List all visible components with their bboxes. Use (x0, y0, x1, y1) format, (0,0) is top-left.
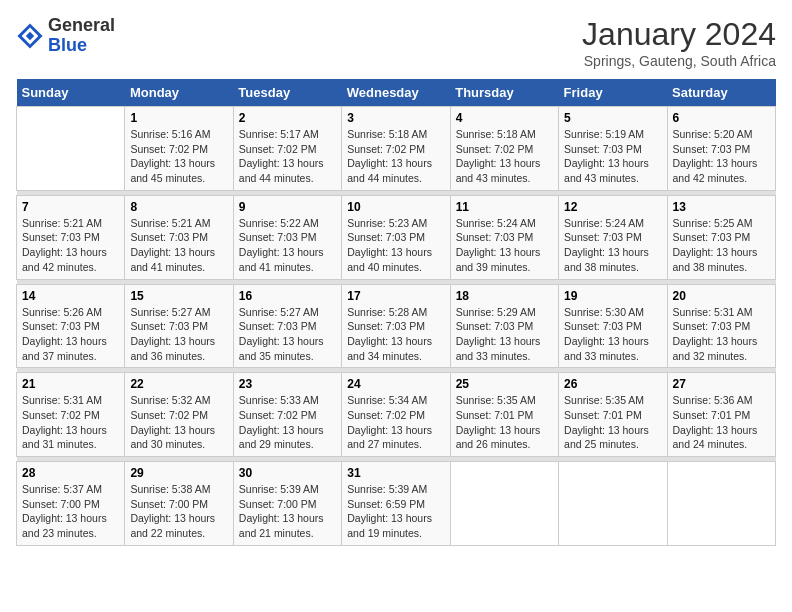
calendar-day: 31Sunrise: 5:39 AMSunset: 6:59 PMDayligh… (342, 462, 450, 546)
calendar-day: 26Sunrise: 5:35 AMSunset: 7:01 PMDayligh… (559, 373, 667, 457)
calendar-day: 8Sunrise: 5:21 AMSunset: 7:03 PMDaylight… (125, 195, 233, 279)
calendar-day: 18Sunrise: 5:29 AMSunset: 7:03 PMDayligh… (450, 284, 558, 368)
calendar-day (17, 107, 125, 191)
day-number: 25 (456, 377, 553, 391)
day-info: Sunrise: 5:19 AMSunset: 7:03 PMDaylight:… (564, 127, 661, 186)
calendar-day: 13Sunrise: 5:25 AMSunset: 7:03 PMDayligh… (667, 195, 775, 279)
calendar-day: 27Sunrise: 5:36 AMSunset: 7:01 PMDayligh… (667, 373, 775, 457)
day-number: 30 (239, 466, 336, 480)
day-number: 12 (564, 200, 661, 214)
week-row: 28Sunrise: 5:37 AMSunset: 7:00 PMDayligh… (17, 462, 776, 546)
day-info: Sunrise: 5:39 AMSunset: 7:00 PMDaylight:… (239, 482, 336, 541)
day-info: Sunrise: 5:18 AMSunset: 7:02 PMDaylight:… (347, 127, 444, 186)
day-info: Sunrise: 5:21 AMSunset: 7:03 PMDaylight:… (22, 216, 119, 275)
day-info: Sunrise: 5:37 AMSunset: 7:00 PMDaylight:… (22, 482, 119, 541)
calendar-day: 19Sunrise: 5:30 AMSunset: 7:03 PMDayligh… (559, 284, 667, 368)
calendar-day (667, 462, 775, 546)
logo: General Blue (16, 16, 115, 56)
calendar-day: 4Sunrise: 5:18 AMSunset: 7:02 PMDaylight… (450, 107, 558, 191)
logo-text: General Blue (48, 16, 115, 56)
calendar-day: 9Sunrise: 5:22 AMSunset: 7:03 PMDaylight… (233, 195, 341, 279)
day-header: Wednesday (342, 79, 450, 107)
day-info: Sunrise: 5:25 AMSunset: 7:03 PMDaylight:… (673, 216, 770, 275)
calendar-day: 15Sunrise: 5:27 AMSunset: 7:03 PMDayligh… (125, 284, 233, 368)
calendar-day: 14Sunrise: 5:26 AMSunset: 7:03 PMDayligh… (17, 284, 125, 368)
day-number: 18 (456, 289, 553, 303)
day-info: Sunrise: 5:39 AMSunset: 6:59 PMDaylight:… (347, 482, 444, 541)
day-number: 7 (22, 200, 119, 214)
day-info: Sunrise: 5:20 AMSunset: 7:03 PMDaylight:… (673, 127, 770, 186)
calendar-day: 10Sunrise: 5:23 AMSunset: 7:03 PMDayligh… (342, 195, 450, 279)
calendar-day: 17Sunrise: 5:28 AMSunset: 7:03 PMDayligh… (342, 284, 450, 368)
day-number: 29 (130, 466, 227, 480)
day-number: 8 (130, 200, 227, 214)
calendar-day: 22Sunrise: 5:32 AMSunset: 7:02 PMDayligh… (125, 373, 233, 457)
day-number: 19 (564, 289, 661, 303)
day-info: Sunrise: 5:31 AMSunset: 7:03 PMDaylight:… (673, 305, 770, 364)
calendar-day: 23Sunrise: 5:33 AMSunset: 7:02 PMDayligh… (233, 373, 341, 457)
day-number: 10 (347, 200, 444, 214)
day-info: Sunrise: 5:33 AMSunset: 7:02 PMDaylight:… (239, 393, 336, 452)
day-info: Sunrise: 5:35 AMSunset: 7:01 PMDaylight:… (564, 393, 661, 452)
calendar-day: 29Sunrise: 5:38 AMSunset: 7:00 PMDayligh… (125, 462, 233, 546)
day-number: 11 (456, 200, 553, 214)
day-number: 17 (347, 289, 444, 303)
day-info: Sunrise: 5:16 AMSunset: 7:02 PMDaylight:… (130, 127, 227, 186)
day-number: 9 (239, 200, 336, 214)
day-number: 1 (130, 111, 227, 125)
day-number: 20 (673, 289, 770, 303)
day-info: Sunrise: 5:29 AMSunset: 7:03 PMDaylight:… (456, 305, 553, 364)
day-number: 28 (22, 466, 119, 480)
day-number: 2 (239, 111, 336, 125)
calendar-day: 12Sunrise: 5:24 AMSunset: 7:03 PMDayligh… (559, 195, 667, 279)
calendar-day (559, 462, 667, 546)
day-info: Sunrise: 5:32 AMSunset: 7:02 PMDaylight:… (130, 393, 227, 452)
calendar-table: SundayMondayTuesdayWednesdayThursdayFrid… (16, 79, 776, 546)
day-info: Sunrise: 5:27 AMSunset: 7:03 PMDaylight:… (130, 305, 227, 364)
day-info: Sunrise: 5:18 AMSunset: 7:02 PMDaylight:… (456, 127, 553, 186)
day-number: 22 (130, 377, 227, 391)
calendar-day: 11Sunrise: 5:24 AMSunset: 7:03 PMDayligh… (450, 195, 558, 279)
day-number: 24 (347, 377, 444, 391)
day-number: 16 (239, 289, 336, 303)
day-info: Sunrise: 5:30 AMSunset: 7:03 PMDaylight:… (564, 305, 661, 364)
day-info: Sunrise: 5:24 AMSunset: 7:03 PMDaylight:… (564, 216, 661, 275)
location-subtitle: Springs, Gauteng, South Africa (582, 53, 776, 69)
day-header: Tuesday (233, 79, 341, 107)
day-header: Saturday (667, 79, 775, 107)
day-info: Sunrise: 5:35 AMSunset: 7:01 PMDaylight:… (456, 393, 553, 452)
calendar-day: 2Sunrise: 5:17 AMSunset: 7:02 PMDaylight… (233, 107, 341, 191)
day-info: Sunrise: 5:34 AMSunset: 7:02 PMDaylight:… (347, 393, 444, 452)
day-number: 3 (347, 111, 444, 125)
header-row: SundayMondayTuesdayWednesdayThursdayFrid… (17, 79, 776, 107)
day-number: 15 (130, 289, 227, 303)
title-block: January 2024 Springs, Gauteng, South Afr… (582, 16, 776, 69)
calendar-day: 21Sunrise: 5:31 AMSunset: 7:02 PMDayligh… (17, 373, 125, 457)
day-info: Sunrise: 5:36 AMSunset: 7:01 PMDaylight:… (673, 393, 770, 452)
day-info: Sunrise: 5:17 AMSunset: 7:02 PMDaylight:… (239, 127, 336, 186)
day-number: 27 (673, 377, 770, 391)
logo-icon (16, 22, 44, 50)
week-row: 21Sunrise: 5:31 AMSunset: 7:02 PMDayligh… (17, 373, 776, 457)
day-info: Sunrise: 5:28 AMSunset: 7:03 PMDaylight:… (347, 305, 444, 364)
day-header: Sunday (17, 79, 125, 107)
month-title: January 2024 (582, 16, 776, 53)
day-number: 5 (564, 111, 661, 125)
day-header: Thursday (450, 79, 558, 107)
day-header: Monday (125, 79, 233, 107)
calendar-day: 25Sunrise: 5:35 AMSunset: 7:01 PMDayligh… (450, 373, 558, 457)
week-row: 7Sunrise: 5:21 AMSunset: 7:03 PMDaylight… (17, 195, 776, 279)
day-info: Sunrise: 5:27 AMSunset: 7:03 PMDaylight:… (239, 305, 336, 364)
calendar-day: 30Sunrise: 5:39 AMSunset: 7:00 PMDayligh… (233, 462, 341, 546)
day-number: 26 (564, 377, 661, 391)
calendar-day: 7Sunrise: 5:21 AMSunset: 7:03 PMDaylight… (17, 195, 125, 279)
day-number: 13 (673, 200, 770, 214)
calendar-day: 16Sunrise: 5:27 AMSunset: 7:03 PMDayligh… (233, 284, 341, 368)
calendar-day: 3Sunrise: 5:18 AMSunset: 7:02 PMDaylight… (342, 107, 450, 191)
calendar-day: 1Sunrise: 5:16 AMSunset: 7:02 PMDaylight… (125, 107, 233, 191)
day-info: Sunrise: 5:23 AMSunset: 7:03 PMDaylight:… (347, 216, 444, 275)
day-number: 21 (22, 377, 119, 391)
day-info: Sunrise: 5:26 AMSunset: 7:03 PMDaylight:… (22, 305, 119, 364)
day-info: Sunrise: 5:22 AMSunset: 7:03 PMDaylight:… (239, 216, 336, 275)
calendar-day: 6Sunrise: 5:20 AMSunset: 7:03 PMDaylight… (667, 107, 775, 191)
